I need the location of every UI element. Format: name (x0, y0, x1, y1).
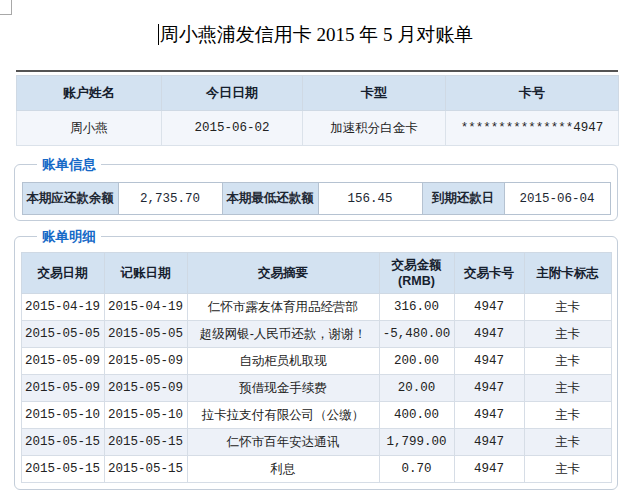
account-header-row: 账户姓名 今日日期 卡型 卡号 (17, 76, 619, 111)
statement-date: 2015-06-02 (162, 111, 303, 146)
account-summary-section: 账户姓名 今日日期 卡型 卡号 周小燕 2015-06-02 加速积分白金卡 *… (16, 70, 618, 146)
cell-card-flag: 主卡 (524, 321, 611, 348)
account-data-row: 周小燕 2015-06-02 加速积分白金卡 ***************49… (17, 111, 619, 146)
balance-due-label: 本期应还款余额 (22, 183, 118, 215)
account-summary-table: 账户姓名 今日日期 卡型 卡号 周小燕 2015-06-02 加速积分白金卡 *… (16, 75, 619, 146)
header-card-flag: 主附卡标志 (524, 253, 611, 294)
transaction-row: 2015-05-09 2015-05-09 预借现金手续费 20.00 4947… (21, 375, 611, 402)
cell-amount: 20.00 (379, 375, 454, 402)
cell-trade-date: 2015-05-09 (21, 375, 104, 402)
detail-table-body: 2015-04-19 2015-04-19 仁怀市露友体育用品经营部 316.0… (21, 294, 611, 483)
transaction-row: 2015-05-10 2015-05-10 拉卡拉支付有限公司（公缴） 400.… (21, 402, 611, 429)
cell-post-date: 2015-05-15 (104, 456, 187, 483)
table-corner-mark (0, 0, 12, 15)
header-amount: 交易金额 (RMB) (379, 253, 454, 294)
transaction-row: 2015-05-15 2015-05-15 仁怀市百年安达通讯 1,799.00… (21, 429, 611, 456)
header-card-no: 交易卡号 (454, 253, 524, 294)
cell-amount: 400.00 (379, 402, 454, 429)
cell-card-flag: 主卡 (524, 375, 611, 402)
header-summary: 交易摘要 (187, 253, 379, 294)
cell-card-flag: 主卡 (524, 429, 611, 456)
text-cursor (158, 24, 159, 45)
transaction-row: 2015-05-09 2015-05-09 自动柜员机取现 200.00 494… (21, 348, 611, 375)
cell-post-date: 2015-05-15 (104, 429, 187, 456)
bill-info-section: 账单信息 本期应还款余额 2,735.70 本期最低还款额 156.45 到期还… (14, 164, 618, 221)
cell-card-flag: 主卡 (524, 456, 611, 483)
masked-card-number: ***************4947 (446, 111, 619, 146)
account-name: 周小燕 (17, 111, 162, 146)
bill-detail-section: 账单明细 交易日期 记账日期 交易摘要 交易金额 (RMB) 交易卡号 主附卡标… (14, 236, 618, 490)
balance-due-value: 2,735.70 (118, 183, 222, 215)
page-title-text: 周小燕浦发信用卡 2015 年 5 月对账单 (160, 24, 474, 45)
cell-card-flag: 主卡 (524, 294, 611, 321)
cell-summary: 利息 (187, 456, 379, 483)
cell-summary: 仁怀市百年安达通讯 (187, 429, 379, 456)
bill-detail-legend: 账单明细 (37, 228, 101, 245)
cell-trade-date: 2015-05-15 (21, 456, 104, 483)
min-payment-label: 本期最低还款额 (222, 183, 318, 215)
bill-info-legend: 账单信息 (37, 156, 101, 173)
cell-card-no: 4947 (454, 456, 524, 483)
cell-summary: 仁怀市露友体育用品经营部 (187, 294, 379, 321)
card-type: 加速积分白金卡 (303, 111, 446, 146)
cell-trade-date: 2015-05-10 (21, 402, 104, 429)
cell-amount: 316.00 (379, 294, 454, 321)
cell-amount: -5,480.00 (379, 321, 454, 348)
cell-card-flag: 主卡 (524, 348, 611, 375)
transactions-table: 交易日期 记账日期 交易摘要 交易金额 (RMB) 交易卡号 主附卡标志 201… (21, 252, 612, 483)
due-date-value: 2015-06-04 (504, 183, 610, 215)
cell-post-date: 2015-05-10 (104, 402, 187, 429)
transaction-row: 2015-05-15 2015-05-15 利息 0.70 4947 主卡 (21, 456, 611, 483)
cell-post-date: 2015-05-09 (104, 348, 187, 375)
cell-card-no: 4947 (454, 294, 524, 321)
cell-card-no: 4947 (454, 402, 524, 429)
cell-post-date: 2015-04-19 (104, 294, 187, 321)
cell-post-date: 2015-05-05 (104, 321, 187, 348)
transaction-row: 2015-05-05 2015-05-05 超级网银-人民币还款，谢谢！ -5,… (21, 321, 611, 348)
due-date-label: 到期还款日 (422, 183, 504, 215)
statement-page: 周小燕浦发信用卡 2015 年 5 月对账单 账户姓名 今日日期 卡型 卡号 周… (0, 0, 631, 495)
cell-summary: 预借现金手续费 (187, 375, 379, 402)
cell-card-no: 4947 (454, 348, 524, 375)
cell-summary: 自动柜员机取现 (187, 348, 379, 375)
min-payment-value: 156.45 (318, 183, 422, 215)
cell-card-flag: 主卡 (524, 402, 611, 429)
transaction-row: 2015-04-19 2015-04-19 仁怀市露友体育用品经营部 316.0… (21, 294, 611, 321)
cell-trade-date: 2015-05-09 (21, 348, 104, 375)
cell-summary: 拉卡拉支付有限公司（公缴） (187, 402, 379, 429)
cell-card-no: 4947 (454, 429, 524, 456)
account-header-card-type: 卡型 (303, 76, 446, 111)
account-header-date: 今日日期 (162, 76, 303, 111)
transactions-header-row: 交易日期 记账日期 交易摘要 交易金额 (RMB) 交易卡号 主附卡标志 (21, 253, 611, 294)
bill-info-row: 本期应还款余额 2,735.70 本期最低还款额 156.45 到期还款日 20… (22, 183, 610, 215)
header-post-date: 记账日期 (104, 253, 187, 294)
cell-amount: 0.70 (379, 456, 454, 483)
cell-post-date: 2015-05-09 (104, 375, 187, 402)
page-title[interactable]: 周小燕浦发信用卡 2015 年 5 月对账单 (0, 22, 631, 48)
cell-trade-date: 2015-05-05 (21, 321, 104, 348)
cell-trade-date: 2015-04-19 (21, 294, 104, 321)
cell-card-no: 4947 (454, 321, 524, 348)
cell-amount: 1,799.00 (379, 429, 454, 456)
header-trade-date: 交易日期 (21, 253, 104, 294)
cell-card-no: 4947 (454, 375, 524, 402)
cell-trade-date: 2015-05-15 (21, 429, 104, 456)
cell-summary: 超级网银-人民币还款，谢谢！ (187, 321, 379, 348)
bill-info-table: 本期应还款余额 2,735.70 本期最低还款额 156.45 到期还款日 20… (22, 182, 611, 215)
account-header-name: 账户姓名 (17, 76, 162, 111)
account-header-card-no: 卡号 (446, 76, 619, 111)
cell-amount: 200.00 (379, 348, 454, 375)
